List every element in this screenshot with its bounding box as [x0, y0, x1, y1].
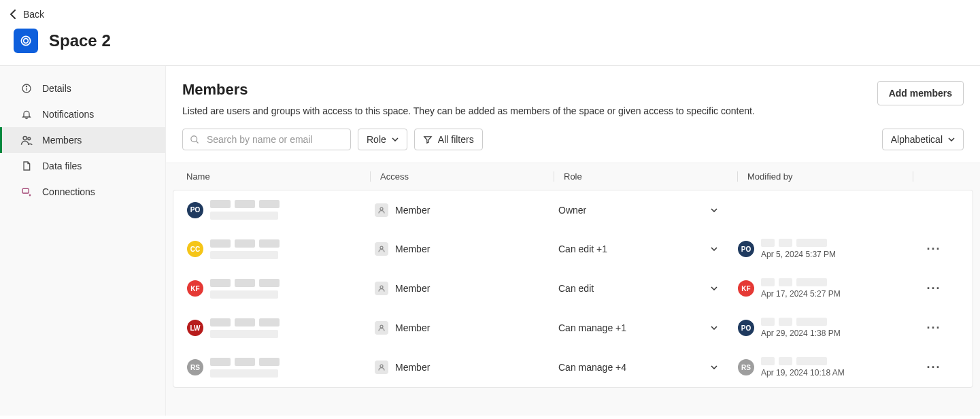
filter-icon: [423, 135, 433, 144]
back-link[interactable]: Back: [10, 9, 44, 20]
role-label: Can manage +4: [558, 362, 626, 373]
svg-point-1: [24, 39, 29, 44]
chevron-down-icon: [711, 365, 717, 369]
svg-rect-7: [22, 188, 29, 193]
cell-access: Member: [371, 282, 554, 295]
cell-access: Member: [371, 203, 554, 217]
row-menu-button[interactable]: ···: [926, 282, 941, 296]
role-dropdown[interactable]: Owner: [554, 205, 738, 216]
chevron-down-icon: [948, 137, 955, 141]
svg-point-11: [380, 246, 383, 249]
avatar: PO: [738, 320, 754, 336]
access-label: Member: [395, 205, 430, 216]
chevron-down-icon: [392, 137, 399, 141]
role-label: Can edit: [558, 283, 594, 294]
chevron-down-icon: [711, 208, 717, 212]
file-icon: [20, 160, 33, 172]
all-filters-label: All filters: [438, 134, 474, 145]
col-access: Access: [370, 171, 554, 182]
redacted-name: [210, 279, 280, 299]
col-name: Name: [186, 171, 370, 182]
redacted-name: [210, 358, 280, 378]
sidebar-item-notifications[interactable]: Notifications: [0, 101, 165, 127]
avatar: RS: [738, 359, 754, 375]
sort-label: Alphabetical: [891, 134, 943, 145]
redacted-modifier-name: [761, 357, 845, 365]
row-menu-button[interactable]: ···: [926, 321, 941, 335]
avatar: KF: [187, 280, 203, 297]
sidebar-item-label: Notifications: [42, 109, 94, 120]
cell-modified-by: POApr 5, 2024 5:37 PM: [738, 239, 913, 259]
section-description: Listed are users and groups with access …: [182, 105, 755, 116]
cell-modified-by: KFApr 17, 2024 5:27 PM: [738, 278, 913, 299]
avatar: KF: [738, 280, 754, 297]
redacted-modifier-name: [761, 239, 836, 247]
avatar: CC: [187, 241, 203, 257]
svg-point-8: [191, 135, 197, 141]
redacted-modifier-name: [761, 318, 841, 326]
row-menu-button[interactable]: ···: [926, 242, 941, 256]
svg-point-6: [28, 137, 31, 140]
svg-point-0: [21, 36, 30, 45]
modified-date: Apr 5, 2024 5:37 PM: [761, 250, 836, 259]
sidebar-item-label: Members: [42, 135, 82, 146]
cell-access: Member: [371, 361, 554, 374]
cell-name: KF: [187, 279, 371, 299]
space-icon: [14, 29, 38, 53]
role-filter-button[interactable]: Role: [358, 129, 407, 150]
cell-modified-by: POApr 29, 2024 1:38 PM: [738, 318, 913, 338]
svg-line-9: [196, 141, 198, 143]
sidebar: Details Notifications Members Data files…: [0, 66, 166, 416]
sort-button[interactable]: Alphabetical: [882, 129, 964, 150]
cell-name: RS: [187, 358, 371, 378]
sidebar-item-label: Connections: [42, 186, 95, 197]
cell-actions: ···: [913, 321, 954, 335]
role-dropdown[interactable]: Can manage +4: [554, 362, 738, 373]
sidebar-item-details[interactable]: Details: [0, 76, 165, 101]
sidebar-item-label: Data files: [42, 161, 82, 171]
chevron-down-icon: [711, 286, 717, 290]
svg-point-12: [380, 286, 383, 288]
table-row: CCMemberCan edit +1POApr 5, 2024 5:37 PM…: [173, 229, 973, 269]
table-header: Name Access Role Modified by: [166, 163, 980, 190]
cell-modified-by: RSApr 19, 2024 10:18 AM: [738, 357, 913, 378]
group-icon: [375, 282, 388, 295]
access-label: Member: [395, 244, 430, 254]
page-title: Space 2: [49, 31, 111, 50]
connections-icon: [20, 186, 33, 198]
role-label: Owner: [558, 205, 586, 216]
role-dropdown[interactable]: Can manage +1: [554, 322, 738, 333]
redacted-modifier-name: [761, 278, 841, 286]
search-input-wrap[interactable]: [182, 129, 351, 150]
avatar: PO: [738, 241, 754, 257]
cell-actions: ···: [913, 361, 954, 375]
members-icon: [20, 134, 33, 146]
cell-name: CC: [187, 239, 371, 259]
col-modified-by: Modified by: [737, 171, 913, 182]
all-filters-button[interactable]: All filters: [414, 129, 483, 150]
sidebar-item-connections[interactable]: Connections: [0, 179, 165, 205]
chevron-down-icon: [711, 247, 717, 251]
modified-date: Apr 19, 2024 10:18 AM: [761, 368, 845, 378]
group-icon: [375, 203, 388, 217]
row-menu-button[interactable]: ···: [926, 361, 941, 375]
cell-actions: ···: [913, 282, 954, 296]
group-icon: [375, 321, 388, 335]
sidebar-item-members[interactable]: Members: [0, 127, 165, 153]
svg-point-4: [26, 86, 27, 86]
cell-name: PO: [187, 200, 371, 220]
access-label: Member: [395, 362, 430, 373]
role-dropdown[interactable]: Can edit +1: [554, 244, 738, 254]
back-label: Back: [23, 9, 44, 20]
cell-access: Member: [371, 242, 554, 256]
add-members-button[interactable]: Add members: [877, 81, 964, 105]
search-input[interactable]: [207, 134, 343, 145]
sidebar-item-data-files[interactable]: Data files: [0, 153, 165, 179]
avatar: RS: [187, 359, 203, 375]
avatar: LW: [187, 320, 203, 336]
svg-point-5: [23, 136, 27, 139]
role-dropdown[interactable]: Can edit: [554, 283, 738, 294]
table-row: POMemberOwner: [173, 190, 973, 229]
cell-name: LW: [187, 318, 371, 338]
table-row: LWMemberCan manage +1POApr 29, 2024 1:38…: [173, 308, 973, 348]
